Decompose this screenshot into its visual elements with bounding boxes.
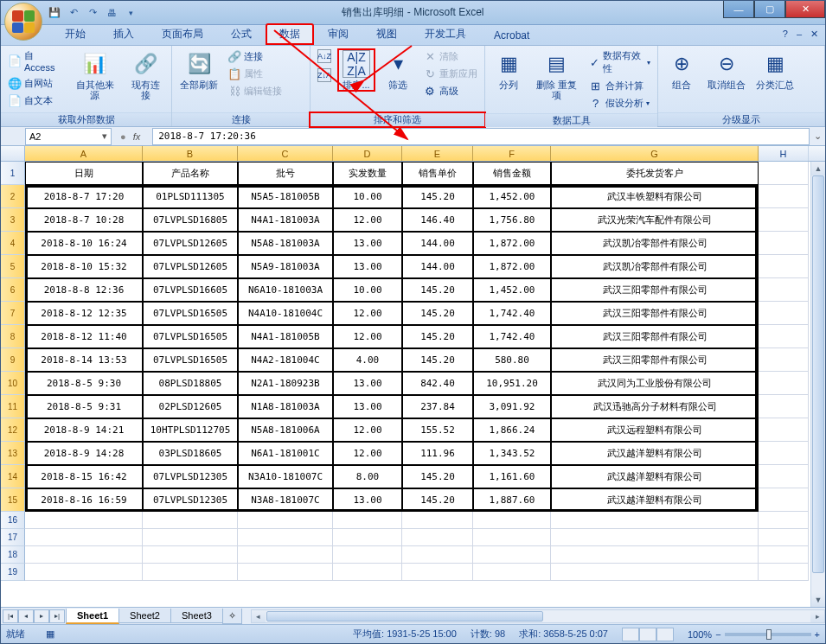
sort-za-button[interactable]: Z↓A (315, 67, 334, 83)
cell[interactable]: 12.00 (333, 442, 402, 465)
clear-filter-button[interactable]: ✕清除 (420, 48, 480, 64)
row-header[interactable]: 16 (1, 512, 25, 529)
row-header[interactable]: 11 (1, 395, 25, 418)
view-pagelayout-button[interactable] (639, 628, 656, 641)
cell[interactable]: 武汉凯冶零部件有限公司 (551, 232, 759, 255)
cell[interactable]: 842.40 (402, 372, 473, 395)
sheet-nav-first-icon[interactable]: |◂ (3, 609, 18, 623)
cell[interactable]: 02PLSD12605 (143, 395, 238, 418)
cell[interactable]: N4A1-181003A (238, 208, 333, 232)
cell[interactable]: 111.96 (402, 442, 473, 465)
office-button[interactable] (4, 3, 42, 41)
col-header-D[interactable]: D (333, 146, 402, 161)
cell[interactable]: 武汉同为工业股份有限公司 (551, 372, 759, 395)
row-header[interactable]: 2 (1, 185, 25, 208)
cell[interactable]: N2A1-180923B (238, 372, 333, 395)
cell[interactable]: 13.00 (333, 232, 402, 255)
tab-home[interactable]: 开始 (51, 23, 99, 45)
col-header-F[interactable]: F (473, 146, 551, 161)
cell[interactable] (759, 442, 809, 465)
row-header[interactable]: 5 (1, 255, 25, 278)
cell[interactable]: 3,091.92 (473, 395, 551, 418)
remove-duplicates-button[interactable]: ▤删除 重复项 (531, 48, 583, 102)
cell[interactable]: 1,866.24 (473, 418, 551, 442)
cell[interactable]: 8.00 (333, 465, 402, 488)
cell[interactable]: 145.20 (402, 185, 473, 208)
col-header-B[interactable]: B (143, 146, 238, 161)
properties-button[interactable]: 📋属性 (225, 66, 285, 81)
cell[interactable]: 07LVPLSD16605 (143, 278, 238, 302)
refresh-all-button[interactable]: 🔄全部刷新 (176, 48, 221, 92)
cell[interactable]: 10.00 (333, 278, 402, 302)
cell[interactable]: 580.80 (473, 348, 551, 372)
cell[interactable]: 武汉迅驰高分子材料有限公司 (551, 395, 759, 418)
cell[interactable]: 2018-8-5 9:31 (25, 395, 143, 418)
cell[interactable] (759, 348, 809, 372)
cell[interactable] (759, 488, 809, 512)
new-sheet-tab[interactable]: ✧ (222, 609, 242, 624)
cell[interactable] (238, 564, 333, 581)
minimize-button[interactable]: — (723, 1, 754, 18)
cell[interactable] (402, 529, 473, 546)
edit-links-button[interactable]: ⛓编辑链接 (225, 83, 285, 99)
row-header[interactable]: 4 (1, 232, 25, 255)
horizontal-scrollbar[interactable]: ◂ ▸ (251, 609, 825, 623)
cell[interactable] (143, 546, 238, 564)
cell[interactable] (759, 564, 809, 581)
cell[interactable] (759, 395, 809, 418)
group-button[interactable]: ⊕组合 (663, 48, 701, 92)
spreadsheet-grid[interactable]: A B C D E F G H 1 日期 产品名称 批号 实发数量 销售单价 销… (1, 146, 825, 607)
cell[interactable]: 145.20 (402, 302, 473, 325)
cell[interactable]: 2018-8-8 12:36 (25, 278, 143, 302)
from-web-button[interactable]: 🌐自网站 (5, 75, 66, 91)
cell[interactable]: 12.00 (333, 418, 402, 442)
cell[interactable] (759, 278, 809, 302)
cell[interactable]: N4A2-181004C (238, 348, 333, 372)
cell[interactable]: 2018-8-12 11:40 (25, 325, 143, 348)
select-all-corner[interactable] (1, 146, 25, 161)
tab-formulas[interactable]: 公式 (217, 23, 266, 45)
cell[interactable]: N3A8-181007C (238, 488, 333, 512)
cell[interactable]: 武汉越洋塑料有限公司 (551, 488, 759, 512)
cell[interactable]: 日期 (25, 162, 143, 185)
help-icon[interactable]: ? (783, 29, 788, 40)
cell[interactable] (759, 529, 809, 546)
name-box-dropdown-icon[interactable]: ▾ (102, 131, 107, 142)
cell[interactable]: 2018-8-9 14:21 (25, 418, 143, 442)
cell[interactable] (551, 529, 759, 546)
name-box[interactable]: A2 ▾ (25, 128, 112, 145)
cell[interactable]: 武汉三阳零部件有限公司 (551, 278, 759, 302)
from-other-button[interactable]: 📊自其他来源 (69, 48, 121, 102)
cell[interactable]: 1,452.00 (473, 278, 551, 302)
cell[interactable]: 2018-8-5 9:30 (25, 372, 143, 395)
advanced-filter-button[interactable]: ⚙高级 (420, 83, 480, 99)
cell[interactable]: 实发数量 (333, 162, 402, 185)
scrollbar-thumb[interactable] (266, 611, 543, 622)
tab-review[interactable]: 审阅 (314, 23, 362, 45)
maximize-button[interactable]: ▢ (754, 1, 785, 18)
close-workbook-icon[interactable]: ✕ (810, 29, 818, 40)
cell[interactable]: 146.40 (402, 208, 473, 232)
col-header-A[interactable]: A (25, 146, 143, 161)
cell[interactable]: 237.84 (402, 395, 473, 418)
cell[interactable] (473, 546, 551, 564)
cell[interactable]: 2018-8-10 15:32 (25, 255, 143, 278)
cell[interactable] (333, 546, 402, 564)
cell[interactable]: 武汉光荣汽车配件有限公司 (551, 208, 759, 232)
cell[interactable]: 产品名称 (143, 162, 238, 185)
cell[interactable]: 145.20 (402, 325, 473, 348)
cell[interactable] (759, 302, 809, 325)
cell[interactable]: N5A8-181003A (238, 232, 333, 255)
row-header[interactable]: 7 (1, 302, 25, 325)
cell[interactable]: 12.00 (333, 208, 402, 232)
cell[interactable]: 07LVPLSD16505 (143, 325, 238, 348)
sheet-nav-last-icon[interactable]: ▸| (49, 609, 65, 623)
cell[interactable]: 12.00 (333, 325, 402, 348)
undo-icon[interactable]: ↶ (65, 4, 82, 22)
text-to-columns-button[interactable]: ▦分列 (490, 48, 528, 92)
connections-button[interactable]: 🔗连接 (225, 48, 285, 64)
cell[interactable]: 07LVPLSD12605 (143, 255, 238, 278)
tab-developer[interactable]: 开发工具 (411, 23, 480, 45)
vertical-scrollbar[interactable]: ▲ ▼ (810, 162, 825, 607)
cell[interactable]: N5A5-181005B (238, 185, 333, 208)
